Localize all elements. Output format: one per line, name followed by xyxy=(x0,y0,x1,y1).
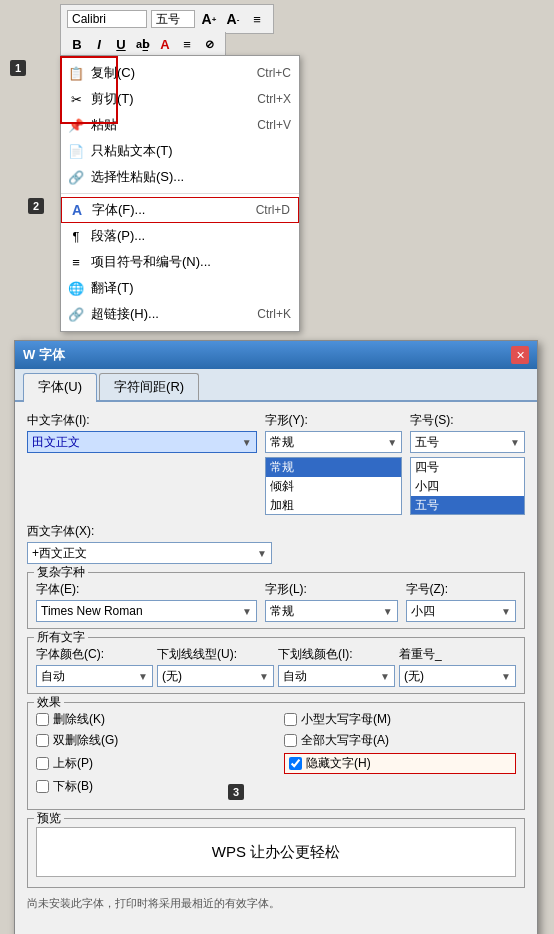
menu-cut-label: 剪切(T) xyxy=(91,90,134,108)
style-item-regular[interactable]: 常规 xyxy=(266,458,402,477)
western-font-label: 西文字体(X): xyxy=(27,523,272,540)
small-caps-checkbox[interactable] xyxy=(284,713,297,726)
western-font-select[interactable]: +西文正文 ▼ xyxy=(27,542,272,564)
italic-button[interactable]: I xyxy=(89,34,109,54)
menu-copy-label: 复制(C) xyxy=(91,64,135,82)
menu-item-paragraph[interactable]: ¶ 段落(P)... xyxy=(61,223,299,249)
menu-copy-shortcut: Ctrl+C xyxy=(257,66,291,80)
menu-item-copy[interactable]: 📋 复制(C) Ctrl+C xyxy=(61,60,299,86)
small-caps-row: 小型大写字母(M) xyxy=(284,711,516,728)
chinese-font-value: 田文正文 xyxy=(32,434,80,451)
effects-section: 效果 删除线(K) 小型大写字母(M) 双删除线(G) 全部大写字母(A) xyxy=(27,702,525,810)
badge-3: 3 xyxy=(228,784,244,800)
format-button[interactable]: ⊘ xyxy=(199,34,219,54)
size-item-small4[interactable]: 小四 xyxy=(411,477,524,496)
chinese-font-label: 中文字体(I): xyxy=(27,412,257,429)
all-caps-checkbox[interactable] xyxy=(284,734,297,747)
western-font-arrow: ▼ xyxy=(257,548,267,559)
menu-font-label: 字体(F)... xyxy=(92,201,145,219)
menu-item-paste-text[interactable]: 📄 只粘贴文本(T) xyxy=(61,138,299,164)
font-name-input[interactable] xyxy=(67,10,147,28)
tab-font[interactable]: 字体(U) xyxy=(23,373,97,402)
subscript-checkbox[interactable] xyxy=(36,780,49,793)
preview-label: 预览 xyxy=(34,810,64,827)
chinese-font-col: 中文字体(I): 田文正文 ▼ xyxy=(27,412,257,453)
size-value: 五号 xyxy=(415,434,439,451)
underline-color-select[interactable]: 自动 ▼ xyxy=(278,665,395,687)
complex-font-section: 复杂字种 字体(E): Times New Roman ▼ 字形(L): 常规 … xyxy=(27,572,525,629)
tab-char-spacing-label: 字符间距(R) xyxy=(114,379,184,394)
small-caps-label: 小型大写字母(M) xyxy=(301,711,391,728)
tab-font-label: 字体(U) xyxy=(38,379,82,394)
size-listbox-col: 四号 小四 五号 xyxy=(410,457,525,515)
copy-icon: 📋 xyxy=(65,66,87,81)
complex-size-arrow: ▼ xyxy=(501,606,511,617)
hidden-label: 隐藏文字(H) xyxy=(306,755,371,772)
translate-icon: 🌐 xyxy=(65,281,87,296)
size-select[interactable]: 五号 ▼ xyxy=(410,431,525,453)
dialog-title: W 字体 xyxy=(23,346,65,364)
menu-item-cut[interactable]: ✂ 剪切(T) Ctrl+X xyxy=(61,86,299,112)
style-label: 字形(Y): xyxy=(265,412,403,429)
font-color-button[interactable]: A xyxy=(155,34,175,54)
bullets-icon: ≡ xyxy=(65,255,87,270)
hidden-checkbox[interactable] xyxy=(289,757,302,770)
clear-format-button[interactable]: ≡ xyxy=(247,9,267,29)
size-listbox[interactable]: 四号 小四 五号 xyxy=(410,457,525,515)
color-value: 自动 xyxy=(41,668,65,685)
cut-icon: ✂ xyxy=(65,92,87,107)
size-label: 字号(S): xyxy=(410,412,525,429)
superscript-checkbox[interactable] xyxy=(36,757,49,770)
menu-item-font[interactable]: A 字体(F)... Ctrl+D xyxy=(61,197,299,223)
style-select[interactable]: 常规 ▼ xyxy=(265,431,403,453)
complex-font-col: 字体(E): Times New Roman ▼ xyxy=(36,581,257,622)
menu-item-bullets[interactable]: ≡ 项目符号和编号(N)... xyxy=(61,249,299,275)
style-listbox[interactable]: 常规 倾斜 加粗 xyxy=(265,457,403,515)
style-item-bold[interactable]: 加粗 xyxy=(266,496,402,515)
complex-style-select[interactable]: 常规 ▼ xyxy=(265,600,398,622)
all-text-section: 所有文字 字体颜色(C): 自动 ▼ 下划线线型(U): (无) ▼ xyxy=(27,637,525,694)
bold-button[interactable]: B xyxy=(67,34,87,54)
western-font-col: 西文字体(X): +西文正文 ▼ xyxy=(27,523,272,564)
all-caps-row: 全部大写字母(A) xyxy=(284,732,516,749)
align-button[interactable]: ≡ xyxy=(177,34,197,54)
complex-font-select-arrow: ▼ xyxy=(242,606,252,617)
tab-char-spacing[interactable]: 字符间距(R) xyxy=(99,373,199,400)
color-select[interactable]: 自动 ▼ xyxy=(36,665,153,687)
complex-font-section-label: 复杂字种 xyxy=(34,564,88,581)
menu-cut-shortcut: Ctrl+X xyxy=(257,92,291,106)
menu-item-paste[interactable]: 📌 粘贴 Ctrl+V xyxy=(61,112,299,138)
menu-item-hyperlink[interactable]: 🔗 超链接(H)... Ctrl+K xyxy=(61,301,299,327)
complex-font-select[interactable]: Times New Roman ▼ xyxy=(36,600,257,622)
style-listbox-col: 常规 倾斜 加粗 xyxy=(265,457,403,515)
menu-item-paste-special[interactable]: 🔗 选择性粘贴(S)... xyxy=(61,164,299,190)
all-caps-label: 全部大写字母(A) xyxy=(301,732,389,749)
size-item-4[interactable]: 四号 xyxy=(411,458,524,477)
size-item-5[interactable]: 五号 xyxy=(411,496,524,515)
preview-hint: 尚未安装此字体，打印时将采用最相近的有效字体。 xyxy=(27,896,525,911)
underline-type-col: 下划线线型(U): (无) ▼ xyxy=(157,646,274,687)
increase-font-button[interactable]: A+ xyxy=(199,9,219,29)
underline-button[interactable]: U xyxy=(111,34,131,54)
color-arrow: ▼ xyxy=(138,671,148,682)
decrease-font-button[interactable]: A- xyxy=(223,9,243,29)
chinese-font-select[interactable]: 田文正文 ▼ xyxy=(27,431,257,453)
underline-type-select[interactable]: (无) ▼ xyxy=(157,665,274,687)
complex-size-value: 小四 xyxy=(411,603,435,620)
complex-size-label: 字号(Z): xyxy=(406,581,516,598)
double-strikethrough-checkbox[interactable] xyxy=(36,734,49,747)
underline-color-label: 下划线颜色(I): xyxy=(278,646,395,663)
style-item-italic[interactable]: 倾斜 xyxy=(266,477,402,496)
font-size-input[interactable] xyxy=(151,10,195,28)
emphasis-select[interactable]: (无) ▼ xyxy=(399,665,516,687)
western-font-row: 西文字体(X): +西文正文 ▼ xyxy=(27,523,525,564)
strikethrough-checkbox[interactable] xyxy=(36,713,49,726)
font-dialog: W 字体 ✕ 字体(U) 字符间距(R) 中文字体(I): 田文正文 ▼ 字形(… xyxy=(14,340,538,934)
menu-paste-shortcut: Ctrl+V xyxy=(257,118,291,132)
menu-item-translate[interactable]: 🌐 翻译(T) xyxy=(61,275,299,301)
style-value: 常规 xyxy=(270,434,294,451)
dialog-close-button[interactable]: ✕ xyxy=(511,346,529,364)
complex-size-select[interactable]: 小四 ▼ xyxy=(406,600,516,622)
highlight-button[interactable]: ab̲ xyxy=(133,34,153,54)
menu-paragraph-label: 段落(P)... xyxy=(91,227,145,245)
